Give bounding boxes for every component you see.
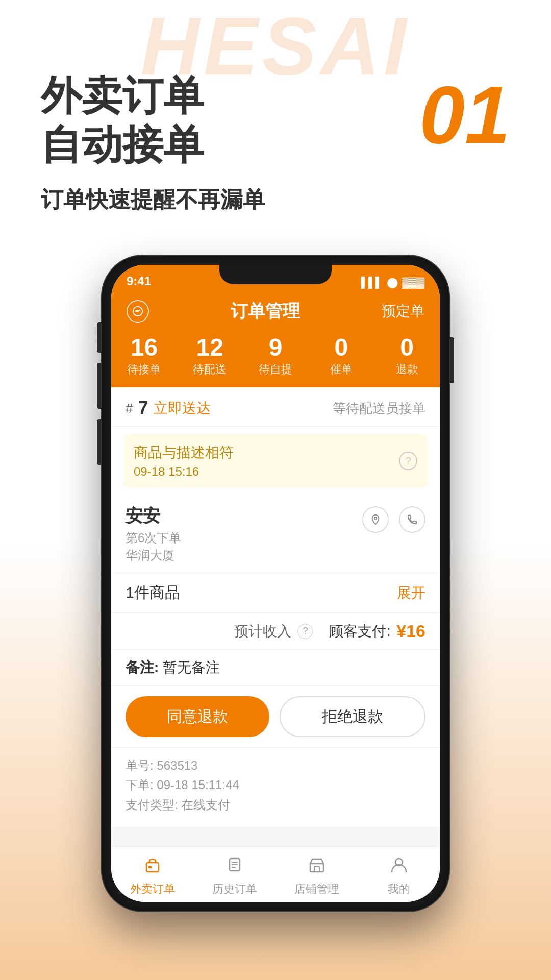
- stat-pending-accept-label: 待接单: [111, 362, 177, 377]
- notice-banner: 商品与描述相符 09-18 15:16 ?: [123, 434, 428, 488]
- order-hash: #: [126, 401, 133, 416]
- customer-actions: [362, 506, 425, 533]
- hero-number: 01: [419, 74, 510, 156]
- stat-pending-pickup[interactable]: 9 待自提: [243, 335, 309, 377]
- svg-rect-3: [148, 866, 152, 868]
- order-card: # 7 立即送达 等待配送员接单 商品与描述相符 09-18 15:16 ?: [111, 387, 440, 827]
- nav-store-manage[interactable]: 店铺管理: [276, 855, 358, 897]
- estimated-income-label: 预计收入: [234, 622, 291, 641]
- silent-button: [97, 322, 101, 353]
- app-header: 订单管理 预定单: [111, 292, 440, 330]
- remark-row: 备注: 暂无备注: [111, 650, 440, 686]
- notice-date: 09-18 15:16: [134, 464, 234, 479]
- app-header-title: 订单管理: [231, 300, 300, 323]
- order-pay-type-meta: 支付类型: 在线支付: [126, 795, 425, 815]
- nav-profile[interactable]: 我的: [358, 855, 440, 897]
- order-meta: 单号: 563513 下单: 09-18 15:11:44 支付类型: 在线支付: [111, 748, 440, 827]
- agree-refund-button[interactable]: 同意退款: [126, 696, 269, 737]
- stat-pending-accept[interactable]: 16 待接单: [111, 335, 177, 377]
- volume-up-button: [97, 363, 101, 409]
- status-icons: ▌▌▌ ⬤ ▓▓▓: [361, 276, 424, 288]
- notice-content: 商品与描述相符 09-18 15:16: [134, 443, 234, 479]
- order-number-meta: 单号: 563513: [126, 756, 425, 775]
- svg-rect-9: [314, 867, 319, 872]
- svg-point-1: [374, 517, 377, 520]
- bottom-nav: 外卖订单 历史订单: [111, 847, 440, 902]
- order-header: # 7 立即送达 等待配送员接单: [111, 387, 440, 427]
- signal-icon: ▌▌▌: [361, 277, 383, 288]
- stat-pending-pickup-label: 待自提: [243, 362, 309, 377]
- location-button[interactable]: [362, 506, 389, 533]
- price-question-icon[interactable]: ?: [297, 624, 313, 639]
- remark-text: 备注: 暂无备注: [126, 658, 425, 677]
- nav-history-label: 历史订单: [212, 881, 257, 897]
- stat-pending-delivery-number: 12: [177, 335, 243, 360]
- notice-title: 商品与描述相符: [134, 443, 234, 462]
- stats-bar: 16 待接单 12 待配送 9 待自提 0 催单: [111, 330, 440, 387]
- history-orders-icon: [226, 855, 244, 878]
- phone-button[interactable]: [399, 506, 425, 533]
- hero-section: 外卖订单 自动接单 01 订单快速提醒不再漏单: [0, 0, 551, 215]
- order-status: 等待配送员接单: [333, 400, 425, 418]
- nav-profile-label: 我的: [388, 881, 410, 897]
- stat-urge-number: 0: [308, 335, 374, 360]
- stats-bar-wrapper: 16 待接单 12 待配送 9 待自提 0 催单: [111, 330, 440, 387]
- volume-down-button: [97, 419, 101, 465]
- reservation-tab[interactable]: 预定单: [382, 302, 424, 321]
- phone-notch: [219, 265, 332, 284]
- customer-pay-amount: ¥16: [396, 621, 425, 641]
- stat-refund-label: 退款: [374, 362, 440, 377]
- customer-order-count: 第6次下单: [126, 530, 181, 546]
- items-count: 1件商品: [126, 582, 180, 603]
- remark-value: 暂无备注: [163, 659, 220, 675]
- customer-address: 华润大厦: [126, 547, 181, 564]
- nav-history-orders[interactable]: 历史订单: [193, 855, 276, 897]
- status-time: 9:41: [127, 274, 151, 288]
- expand-button[interactable]: 展开: [397, 583, 425, 603]
- action-buttons: 同意退款 拒绝退款: [111, 686, 440, 748]
- price-row: 预计收入 ? 顾客支付: ¥16: [111, 613, 440, 650]
- svg-rect-8: [310, 864, 323, 872]
- profile-icon: [390, 855, 408, 878]
- stat-pending-delivery-label: 待配送: [177, 362, 243, 377]
- stat-urge-label: 催单: [308, 362, 374, 377]
- wifi-icon: ⬤: [387, 276, 398, 288]
- app-content: # 7 立即送达 等待配送员接单 商品与描述相符 09-18 15:16 ?: [111, 387, 440, 847]
- stat-pending-delivery[interactable]: 12 待配送: [177, 335, 243, 377]
- stat-refund[interactable]: 0 退款: [374, 335, 440, 377]
- battery-icon: ▓▓▓: [402, 277, 424, 288]
- takeout-orders-icon: [143, 855, 162, 878]
- stat-urge[interactable]: 0 催单: [308, 335, 374, 377]
- customer-info: 安安 第6次下单 华润大厦: [126, 504, 181, 564]
- customer-pay-label: 顾客支付:: [329, 622, 390, 641]
- stat-refund-number: 0: [374, 335, 440, 360]
- customer-section: 安安 第6次下单 华润大厦: [111, 495, 440, 573]
- notice-question-icon[interactable]: ?: [399, 452, 417, 470]
- nav-takeout-label: 外卖订单: [130, 881, 175, 897]
- customer-name: 安安: [126, 504, 181, 528]
- phone-screen: 9:41 ▌▌▌ ⬤ ▓▓▓ 订单管理 预定单: [111, 265, 440, 902]
- phone-mockup: 9:41 ▌▌▌ ⬤ ▓▓▓ 订单管理 预定单: [102, 256, 449, 911]
- order-time-meta: 下单: 09-18 15:11:44: [126, 775, 425, 795]
- nav-takeout-orders[interactable]: 外卖订单: [111, 855, 193, 897]
- store-manage-icon: [308, 855, 326, 878]
- nav-store-label: 店铺管理: [294, 881, 339, 897]
- stat-pending-accept-number: 16: [111, 335, 177, 360]
- stat-pending-pickup-number: 9: [243, 335, 309, 360]
- order-id-section: # 7 立即送达: [126, 398, 211, 419]
- items-row: 1件商品 展开: [111, 573, 440, 613]
- svg-rect-2: [146, 863, 159, 872]
- hero-sub-text: 订单快速提醒不再漏单: [41, 185, 510, 215]
- order-type: 立即送达: [154, 399, 211, 418]
- chat-icon[interactable]: [127, 300, 149, 323]
- power-button: [450, 337, 454, 383]
- order-number: 7: [138, 398, 148, 419]
- reject-refund-button[interactable]: 拒绝退款: [280, 696, 425, 737]
- phone-outer: 9:41 ▌▌▌ ⬤ ▓▓▓ 订单管理 预定单: [102, 256, 449, 911]
- remark-label: 备注:: [126, 659, 163, 675]
